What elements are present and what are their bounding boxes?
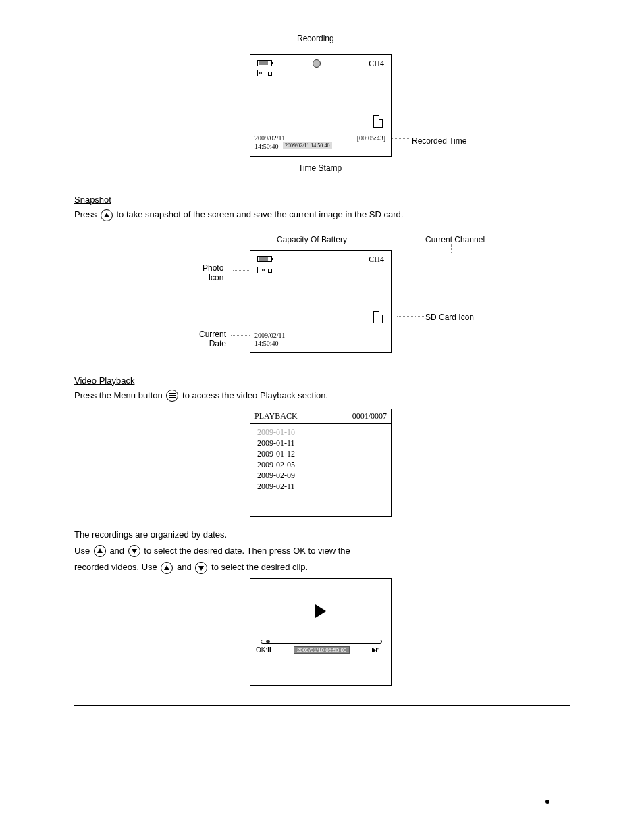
up-button-icon	[101, 209, 113, 221]
ok-pause-label: OK:II	[256, 646, 271, 654]
list-item: 2009-02-09	[257, 471, 384, 481]
photo-icon	[257, 267, 269, 273]
label-recording: Recording	[297, 34, 334, 43]
svg-marker-3	[164, 565, 169, 570]
playback-text-1: Press the Menu button to access the vide…	[74, 390, 570, 402]
up-button-icon	[94, 545, 106, 557]
list-item: 2009-02-05	[257, 460, 384, 470]
battery-icon	[257, 60, 272, 66]
recorded-duration: [00:05:43]	[357, 134, 385, 142]
play-icon	[315, 604, 326, 618]
label-recorded-time: Recorded Time	[412, 136, 466, 146]
camcorder-icon	[257, 70, 269, 76]
recording-indicator-icon	[313, 59, 321, 68]
battery-icon	[257, 256, 272, 262]
svg-marker-2	[132, 549, 137, 554]
time-text: 14:50:40	[254, 340, 279, 347]
label-sd-card-icon: SD Card Icon	[425, 313, 474, 322]
playback-counter: 0001/0007	[352, 411, 387, 421]
up-button-icon	[161, 562, 173, 574]
play-small-icon	[372, 648, 377, 652]
playback-player-diagram: OK:II 2009/01/10 05:53:00 :	[250, 578, 425, 686]
date-text: 2009/02/11	[254, 134, 285, 142]
menu-button-icon	[166, 390, 178, 402]
recording-diagram: Recording Recorded Time Time Stamp CH4 2…	[250, 34, 520, 182]
sd-card-icon	[373, 115, 383, 128]
footer-bullet	[545, 800, 549, 804]
snapshot-diagram: Capacity Of Battery Current Channel Phot…	[209, 228, 520, 363]
recording-screen: CH4 2009/02/11 [00:05:43] 14:50:40 2009/…	[250, 54, 392, 157]
playback-title: PLAYBACK	[254, 411, 298, 421]
channel-indicator: CH4	[369, 59, 384, 69]
playback-date-list: 2009-01-10 2009-01-11 2009-01-12 2009-02…	[250, 424, 391, 495]
heading-snapshot: Snapshot	[74, 194, 570, 205]
label-photo-icon: Photo Icon	[203, 263, 223, 282]
timestamp-overlay: 2009/02/11 14:50:40	[283, 142, 332, 149]
play-stop-icons: :	[372, 646, 385, 654]
label-time-stamp: Time Stamp	[298, 163, 342, 173]
playback-text-2: The recordings are organized by dates.	[74, 529, 570, 541]
svg-marker-4	[198, 566, 204, 571]
list-item: 2009-02-11	[257, 481, 384, 492]
label-battery: Capacity Of Battery	[277, 235, 347, 244]
heading-video-playback: Video Playback	[74, 375, 570, 386]
date-text: 2009/02/11	[254, 332, 285, 339]
playback-list-screen: PLAYBACK 0001/0007 2009-01-10 2009-01-11…	[250, 409, 392, 517]
label-current-date: Current Date	[199, 330, 226, 348]
snapshot-screen: CH4 2009/02/11 14:50:40	[250, 250, 392, 353]
playback-text-3: Use and to select the desired date. Then…	[74, 545, 570, 558]
sd-card-icon	[373, 311, 383, 323]
footer-rule	[74, 705, 570, 706]
down-button-icon	[195, 562, 207, 574]
list-item: 2009-01-12	[257, 449, 384, 459]
player-timestamp: 2009/01/10 05:53:00	[294, 646, 350, 654]
svg-marker-1	[97, 548, 103, 553]
list-item: 2009-01-10	[257, 427, 384, 438]
time-text: 14:50:40	[254, 142, 279, 150]
label-current-channel: Current Channel	[425, 235, 485, 244]
list-item: 2009-01-11	[257, 438, 384, 448]
svg-marker-0	[104, 213, 109, 217]
playback-player-screen: OK:II 2009/01/10 05:53:00 :	[250, 578, 392, 686]
stop-small-icon	[381, 648, 385, 652]
channel-indicator: CH4	[369, 255, 384, 265]
playback-list-diagram: PLAYBACK 0001/0007 2009-01-10 2009-01-11…	[250, 409, 425, 517]
progress-bar	[261, 640, 382, 644]
down-button-icon	[128, 545, 140, 557]
playback-text-4: recorded videos. Use and to select the d…	[74, 561, 570, 574]
snapshot-text: Press to take snapshot of the screen and…	[74, 209, 570, 221]
